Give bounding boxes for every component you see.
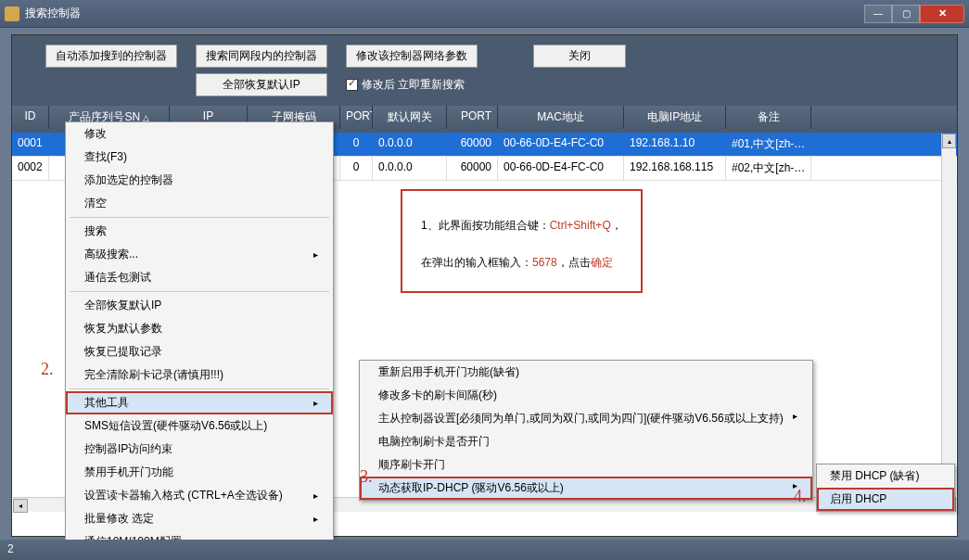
menu-item[interactable]: 控制器IP访问约束 [66, 438, 333, 461]
window-controls [864, 5, 964, 23]
title-bar: 搜索控制器 [0, 0, 969, 28]
submenu-item[interactable]: 顺序刷卡开门 [360, 453, 812, 477]
toolbar: 自动添加搜到的控制器 搜索同网段内的控制器 全部恢复默认IP 修改该控制器网络参… [12, 35, 957, 106]
col-id[interactable]: ID [12, 106, 49, 129]
auto-add-button[interactable]: 自动添加搜到的控制器 [45, 45, 177, 68]
menu-item[interactable]: 搜索 [66, 220, 333, 243]
col-port[interactable]: PORT [340, 106, 373, 129]
submenu-item[interactable]: 启用 DHCP [817, 488, 954, 511]
submenu-item[interactable]: 电脑控制刷卡是否开门 [360, 430, 812, 453]
menu-item[interactable]: 添加选定的控制器 [66, 169, 333, 192]
col-port2[interactable]: PORT [447, 106, 498, 129]
window-title: 搜索控制器 [25, 6, 864, 21]
col-rmk[interactable]: 备注 [726, 106, 811, 129]
scroll-up-icon[interactable]: ▴ [942, 134, 956, 148]
submenu-item[interactable]: 主从控制器设置[必须同为单门,或同为双门,或同为四门](硬件驱动V6.56或以上… [360, 407, 812, 430]
search-subnet-button[interactable]: 搜索同网段内的控制器 [196, 45, 327, 68]
close-window-button[interactable] [920, 5, 964, 23]
menu-item[interactable]: 修改 [66, 122, 333, 146]
menu-item[interactable]: 通信丢包测试 [66, 266, 333, 289]
research-checkbox[interactable] [346, 79, 358, 91]
context-menu: 修改查找(F3)添加选定的控制器清空搜索高级搜索...通信丢包测试全部恢复默认I… [65, 121, 334, 554]
submenu-item[interactable]: 重新启用手机开门功能(缺省) [360, 361, 812, 384]
research-checkbox-label: 修改后 立即重新搜索 [362, 77, 465, 93]
resarch-checkbox-wrap[interactable]: 修改后 立即重新搜索 [346, 73, 478, 93]
app-icon [5, 6, 19, 21]
submenu-other-tools: 重新启用手机开门功能(缺省)修改多卡的刷卡间隔(秒)主从控制器设置[必须同为单门… [359, 360, 813, 501]
modify-network-button[interactable]: 修改该控制器网络参数 [346, 45, 478, 68]
menu-item[interactable]: 清空 [66, 192, 333, 215]
menu-item[interactable]: 全部恢复默认IP [66, 294, 333, 317]
menu-item[interactable]: 完全清除刷卡记录(请慎用!!!) [66, 363, 333, 387]
menu-item[interactable]: 恢复已提取记录 [66, 340, 333, 363]
close-button[interactable]: 关闭 [533, 45, 626, 68]
menu-item[interactable]: 其他工具 [66, 391, 333, 414]
col-cip[interactable]: 电脑IP地址 [624, 106, 726, 129]
menu-item[interactable]: 恢复为默认参数 [66, 317, 333, 340]
menu-item[interactable]: 设置读卡器输入格式 (CTRL+A全选设备) [66, 484, 333, 507]
menu-item[interactable]: 高级搜索... [66, 243, 333, 266]
vertical-scrollbar[interactable]: ▴ ▾ [941, 134, 956, 512]
status-text: 2 [7, 542, 14, 555]
step-4-label: 4. [794, 487, 807, 506]
submenu-dhcp: 禁用 DHCP (缺省)启用 DHCP [816, 464, 955, 512]
menu-item[interactable]: 批量修改 选定 [66, 507, 333, 530]
submenu-item[interactable]: 修改多卡的刷卡间隔(秒) [360, 384, 812, 407]
menu-item[interactable]: 禁用手机开门功能 [66, 461, 333, 484]
submenu-item[interactable]: 动态获取IP-DHCP (驱动V6.56或以上) [360, 477, 812, 500]
col-gw[interactable]: 默认网关 [373, 106, 447, 129]
col-mac[interactable]: MAC地址 [498, 106, 624, 129]
step-3-label: 3. [360, 467, 373, 487]
instruction-note: 1、此界面按功能组合键：Ctrl+Shift+Q， 在弹出的输入框输入：5678… [401, 189, 643, 293]
maximize-button[interactable] [892, 5, 920, 23]
status-bar: 2 [0, 540, 969, 560]
reset-all-ip-button[interactable]: 全部恢复默认IP [196, 73, 327, 96]
submenu-item[interactable]: 禁用 DHCP (缺省) [817, 465, 954, 488]
scroll-left-icon[interactable]: ◂ [13, 499, 28, 513]
minimize-button[interactable] [864, 5, 892, 23]
menu-item[interactable]: SMS短信设置(硬件驱动V6.56或以上) [66, 414, 333, 438]
menu-item[interactable]: 查找(F3) [66, 146, 333, 169]
step-2-label: 2. [41, 360, 54, 379]
